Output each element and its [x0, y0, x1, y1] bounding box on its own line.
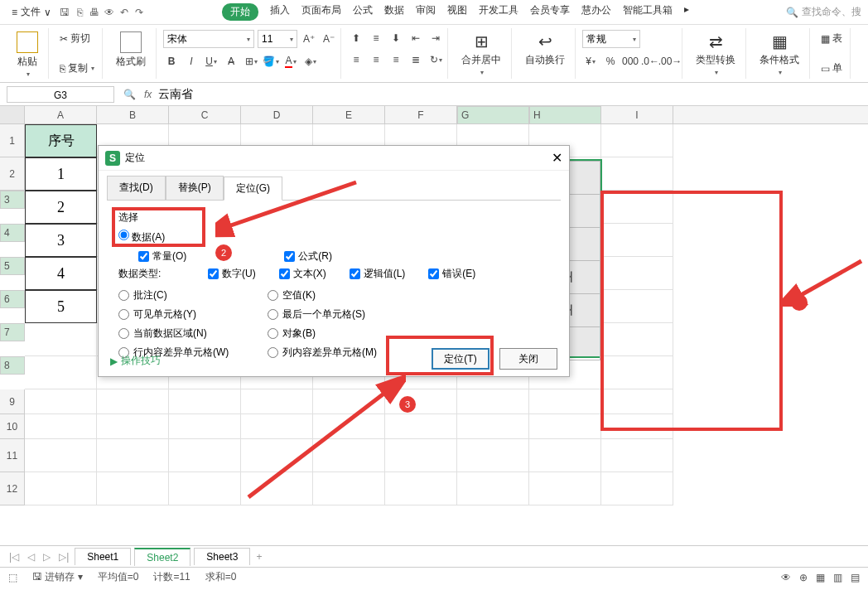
radio-blank[interactable]: 空值(K)	[268, 288, 417, 302]
row-9[interactable]: 9	[0, 389, 25, 414]
view-break-icon[interactable]: ▤	[851, 572, 860, 583]
cell-A5[interactable]: 4	[25, 257, 97, 290]
cell-A2[interactable]: 1	[25, 157, 97, 191]
chk-txt[interactable]: 文本(X)	[279, 267, 326, 281]
more-icon[interactable]: ▸	[684, 3, 689, 21]
chk-formula[interactable]: 公式(R)	[284, 249, 332, 264]
phonetic-icon[interactable]: ◈▾	[302, 53, 319, 70]
font-color-icon[interactable]: A▾	[282, 53, 299, 70]
formula-bar[interactable]: 云南省	[158, 87, 193, 102]
undo-icon[interactable]: ↶	[118, 6, 131, 19]
fx-icon[interactable]: fx	[144, 89, 152, 100]
tab-layout[interactable]: 页面布局	[301, 3, 341, 21]
tab-formula[interactable]: 公式	[353, 3, 373, 21]
orient-icon[interactable]: ↻▾	[427, 51, 444, 68]
align-bot-icon[interactable]: ⬇	[388, 30, 404, 46]
indent-l-icon[interactable]: ⇤	[407, 30, 424, 46]
sheet-tab-2[interactable]: Sheet2	[134, 548, 190, 566]
row-10[interactable]: 10	[0, 414, 25, 439]
last-sheet-icon[interactable]: ▷|	[56, 551, 71, 563]
col-C[interactable]: C	[169, 106, 241, 123]
currency-icon[interactable]: ¥▾	[582, 53, 599, 70]
add-sheet-icon[interactable]: +	[253, 551, 264, 563]
merge-button[interactable]: ⊞合并居中▾	[456, 30, 506, 78]
view-normal-icon[interactable]: ▦	[816, 572, 825, 583]
font-select[interactable]: 宋体▾	[163, 30, 254, 48]
print-icon[interactable]: 🖶	[88, 6, 101, 19]
align-mid-icon[interactable]: ≡	[368, 30, 384, 46]
tab-goto[interactable]: 定位(G)	[224, 177, 282, 201]
col-I[interactable]: I	[601, 106, 673, 123]
tab-start[interactable]: 开始	[222, 3, 258, 21]
align-right-icon[interactable]: ≡	[388, 51, 404, 68]
col-A[interactable]: A	[25, 106, 97, 123]
focus-icon[interactable]: ⊕	[799, 572, 808, 583]
font-grow-icon[interactable]: A⁺	[301, 31, 317, 47]
wrap-button[interactable]: ↩自动换行	[520, 30, 570, 69]
cell-A4[interactable]: 3	[25, 224, 97, 257]
row-7[interactable]: 7	[0, 323, 25, 341]
col-B[interactable]: B	[97, 106, 169, 123]
paste-button[interactable]: 粘贴▾	[12, 30, 43, 80]
chk-err[interactable]: 错误(E)	[428, 267, 475, 281]
col-E[interactable]: E	[313, 106, 385, 123]
sheet-tab-3[interactable]: Sheet3	[194, 548, 250, 565]
zoom-lens-icon[interactable]: 🔍	[121, 86, 137, 103]
search-box[interactable]: 🔍 查找命令、搜	[786, 5, 861, 19]
cut-button[interactable]: ✂ 剪切	[57, 30, 97, 47]
tab-dev[interactable]: 开发工具	[479, 3, 518, 21]
chk-logic[interactable]: 逻辑值(L)	[350, 267, 406, 281]
row-1[interactable]: 1	[0, 124, 25, 157]
radio-obj[interactable]: 对象(B)	[268, 326, 417, 341]
percent-icon[interactable]: %	[602, 53, 619, 70]
radio-last[interactable]: 最后一个单元格(S)	[268, 307, 417, 322]
radio-coldiff[interactable]: 列内容差异单元格(M)	[268, 346, 417, 360]
tab-view[interactable]: 视图	[447, 3, 467, 21]
dec-inc-icon[interactable]: .0←	[642, 53, 658, 70]
align-top-icon[interactable]: ⬆	[348, 30, 364, 46]
save-icon[interactable]: 🖫	[58, 6, 71, 19]
cell-A3[interactable]: 2	[25, 191, 97, 224]
justify-icon[interactable]: ≣	[407, 51, 424, 68]
row-5[interactable]: 5	[0, 257, 25, 275]
format-painter[interactable]: 格式刷	[111, 30, 151, 70]
status-undo[interactable]: 🖫 进销存 ▾	[32, 570, 83, 584]
underline-icon[interactable]: U▾	[203, 53, 219, 70]
table-style[interactable]: ▦ 表	[818, 30, 845, 47]
tab-find[interactable]: 查找(D)	[107, 176, 166, 200]
cond-format[interactable]: ▦条件格式▾	[755, 30, 804, 78]
file-menu[interactable]: ≡ 文件 ∨	[7, 3, 56, 21]
tab-hui[interactable]: 慧办公	[581, 3, 611, 21]
type-convert[interactable]: ⇄类型转换▾	[691, 30, 740, 78]
indent-r-icon[interactable]: ⇥	[427, 30, 444, 46]
tab-replace[interactable]: 替换(P)	[166, 176, 224, 200]
radio-region[interactable]: 当前数据区域(N)	[118, 326, 268, 341]
align-center-icon[interactable]: ≡	[368, 51, 384, 68]
tab-insert[interactable]: 插入	[270, 3, 290, 21]
tab-member[interactable]: 会员专享	[530, 3, 570, 21]
close-button[interactable]: 关闭	[499, 348, 557, 370]
font-shrink-icon[interactable]: A⁻	[321, 31, 337, 47]
name-box[interactable]: G3	[7, 86, 114, 103]
row-6[interactable]: 6	[0, 290, 25, 308]
radio-visible[interactable]: 可见单元格(Y)	[118, 307, 268, 322]
preview-icon[interactable]: 👁	[103, 6, 116, 19]
eye-icon[interactable]: 👁	[781, 572, 791, 583]
tab-data[interactable]: 数据	[384, 3, 404, 21]
bold-icon[interactable]: B	[163, 53, 180, 70]
cell-style[interactable]: ▭ 单	[818, 60, 845, 77]
first-sheet-icon[interactable]: |◁	[7, 551, 22, 563]
border-icon[interactable]: ⊞▾	[243, 53, 259, 70]
col-F[interactable]: F	[385, 106, 457, 123]
row-4[interactable]: 4	[0, 224, 25, 242]
comma-icon[interactable]: 000	[622, 53, 639, 70]
fill-icon[interactable]: 🪣▾	[263, 53, 279, 70]
cell-A1[interactable]: 序号	[25, 124, 97, 157]
radio-comment[interactable]: 批注(C)	[118, 288, 268, 302]
sheet-tab-1[interactable]: Sheet1	[75, 548, 131, 565]
row-3[interactable]: 3	[0, 191, 25, 209]
strike-icon[interactable]: A̶	[223, 53, 239, 70]
tab-review[interactable]: 审阅	[416, 3, 436, 21]
col-H[interactable]: H	[529, 106, 601, 124]
row-12[interactable]: 12	[0, 472, 25, 505]
